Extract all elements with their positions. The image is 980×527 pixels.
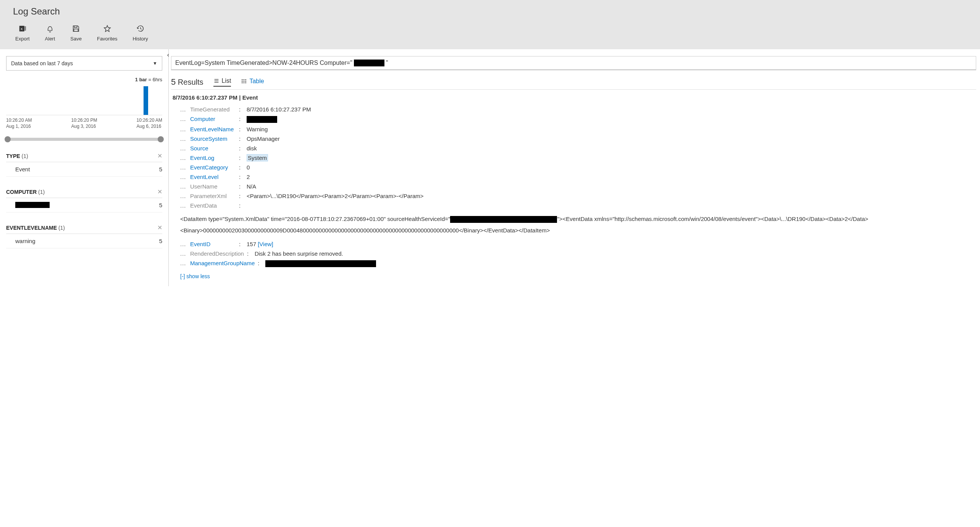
history-icon [136, 24, 145, 33]
svg-point-17 [244, 82, 244, 83]
colon: : [247, 250, 255, 257]
svg-rect-5 [74, 26, 77, 28]
field-value: OpsManager [247, 135, 976, 142]
svg-point-14 [244, 81, 244, 81]
svg-point-13 [242, 81, 242, 81]
bell-icon [46, 24, 54, 33]
slider-handle-left[interactable] [5, 136, 11, 142]
favorites-button[interactable]: Favorites [97, 24, 117, 42]
field-value: 0 [247, 164, 976, 171]
field-key: TimeGenerated [190, 106, 239, 113]
history-button[interactable]: History [132, 24, 148, 42]
field-row: ...ManagementGroupName: [173, 258, 976, 269]
field-value: 2 [247, 174, 976, 180]
field-row: ...EventData: [173, 201, 976, 210]
query-input[interactable]: EventLog=System TimeGenerated>NOW-24HOUR… [171, 56, 976, 70]
facet-row-value: 5 [159, 166, 162, 172]
timeline-chart[interactable] [6, 85, 162, 115]
ellipsis-icon[interactable]: ... [173, 183, 190, 190]
colon: : [239, 155, 247, 161]
field-row: ...EventCategory:0 [173, 163, 976, 172]
svg-text:X: X [20, 27, 23, 31]
ellipsis-icon[interactable]: ... [173, 126, 190, 132]
time-range-select[interactable]: Data based on last 7 days ▼ [6, 56, 162, 71]
colon: : [239, 116, 247, 122]
colon: : [239, 135, 247, 142]
facet-row[interactable]: 5 [6, 198, 162, 213]
facet-row[interactable]: warning 5 [6, 234, 162, 248]
field-value: System [247, 155, 976, 161]
ellipsis-icon[interactable]: ... [173, 250, 190, 257]
colon: : [239, 174, 247, 180]
svg-point-18 [245, 82, 246, 83]
ellipsis-icon[interactable]: ... [173, 135, 190, 142]
field-key[interactable]: EventLevelName [190, 126, 239, 132]
chart-axis: 10:26:20 AMAug 1, 2016 10:26:20 PMAug 3,… [6, 118, 162, 129]
svg-point-16 [242, 82, 242, 83]
close-icon[interactable]: ✕ [157, 224, 162, 231]
facet-row-label: warning [15, 238, 36, 244]
ellipsis-icon[interactable]: ... [173, 116, 190, 122]
view-table-button[interactable]: Table [241, 78, 264, 86]
ellipsis-icon[interactable]: ... [173, 174, 190, 180]
chevron-down-icon: ▼ [153, 61, 157, 66]
sidebar: ‹ Data based on last 7 days ▼ 1 bar = 6h… [0, 49, 169, 286]
close-icon[interactable]: ✕ [157, 188, 162, 195]
facet-row-value: 5 [159, 202, 162, 208]
colon: : [239, 241, 247, 247]
field-value: 157 [View] [247, 241, 976, 247]
view-list-button[interactable]: List [213, 77, 231, 87]
export-label: Export [15, 36, 30, 42]
field-key: EventData [190, 202, 239, 209]
svg-rect-6 [74, 29, 78, 31]
field-key[interactable]: EventCategory [190, 164, 239, 171]
ellipsis-icon[interactable]: ... [173, 155, 190, 161]
field-key[interactable]: EventLevel [190, 174, 239, 180]
field-value: Disk 2 has been surprise removed. [255, 250, 976, 257]
show-less-link[interactable]: [-] show less [180, 273, 210, 279]
save-label: Save [70, 36, 82, 42]
query-text-suffix: " [386, 60, 388, 66]
facet-row[interactable]: Event 5 [6, 162, 162, 177]
field-key[interactable]: SourceSystem [190, 135, 239, 142]
facet-computer: COMPUTER (1) ✕ 5 [6, 188, 162, 213]
alert-button[interactable]: Alert [45, 24, 55, 42]
svg-point-12 [245, 79, 246, 80]
close-icon[interactable]: ✕ [157, 152, 162, 160]
chart-legend: 1 bar = 6hrs [6, 77, 162, 82]
field-row: ...EventLevelName:Warning [173, 124, 976, 134]
chart-bar [144, 86, 148, 115]
toolbar: X Export Alert Save Favorites History [8, 24, 972, 42]
field-key[interactable]: ManagementGroupName [190, 260, 258, 266]
slider-handle-right[interactable] [158, 136, 164, 142]
ellipsis-icon[interactable]: ... [173, 145, 190, 151]
save-button[interactable]: Save [70, 24, 82, 42]
field-value: Warning [247, 126, 976, 132]
colon: : [239, 202, 247, 209]
view-link[interactable]: [View] [258, 241, 273, 247]
field-key[interactable]: EventLog [190, 155, 239, 161]
favorites-label: Favorites [97, 36, 117, 42]
ellipsis-icon[interactable]: ... [173, 260, 190, 266]
export-button[interactable]: X Export [15, 24, 30, 42]
main-panel: EventLog=System TimeGenerated>NOW-24HOUR… [169, 49, 980, 286]
colon: : [239, 106, 247, 113]
ellipsis-icon[interactable]: ... [173, 193, 190, 199]
result-count: 5 Results [171, 77, 203, 87]
field-row: ...Source:disk [173, 143, 976, 153]
time-slider[interactable] [6, 138, 162, 141]
ellipsis-icon[interactable]: ... [173, 202, 190, 209]
colon: : [239, 193, 247, 199]
collapse-sidebar-icon[interactable]: ‹ [167, 52, 169, 58]
field-row: ...EventLevel:2 [173, 172, 976, 182]
field-key: UserName [190, 183, 239, 190]
field-value [247, 116, 976, 123]
field-key[interactable]: Computer [190, 116, 239, 122]
field-key[interactable]: Source [190, 145, 239, 151]
redacted-label [15, 202, 50, 208]
ellipsis-icon[interactable]: ... [173, 164, 190, 171]
field-key[interactable]: EventID [190, 241, 239, 247]
ellipsis-icon[interactable]: ... [173, 106, 190, 113]
field-row: ...ParameterXml:<Param>\...\DR190</Param… [173, 191, 976, 201]
ellipsis-icon[interactable]: ... [173, 241, 190, 247]
